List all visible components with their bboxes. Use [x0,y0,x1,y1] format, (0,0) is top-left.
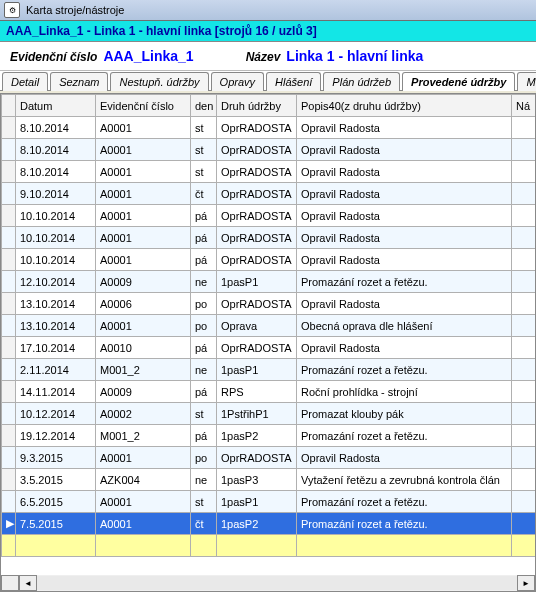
table-row[interactable]: 10.10.2014A0001páOprRADOSTAOpravil Rados… [2,249,536,271]
cell-druh[interactable]: OprRADOSTA [217,205,297,227]
row-indicator[interactable] [2,205,16,227]
row-indicator[interactable] [2,227,16,249]
cell-na[interactable] [512,447,536,469]
cell-datum[interactable]: 3.5.2015 [16,469,96,491]
cell-den[interactable]: ne [191,359,217,381]
row-indicator[interactable] [2,161,16,183]
cell-na[interactable] [512,491,536,513]
col-datum[interactable]: Datum [16,95,96,117]
cell-datum[interactable]: 14.11.2014 [16,381,96,403]
table-row[interactable]: 2.11.2014M001_2ne1pasP1Promazání rozet a… [2,359,536,381]
cell-popis[interactable]: Opravil Radosta [297,139,512,161]
cell-popis[interactable]: Promazání rozet a řetězu. [297,271,512,293]
cell-den[interactable]: st [191,403,217,425]
cell-druh[interactable]: Oprava [217,315,297,337]
cell-druh[interactable]: RPS [217,381,297,403]
cell-na[interactable] [512,403,536,425]
cell-datum[interactable]: 2.11.2014 [16,359,96,381]
cell-datum[interactable]: 7.5.2015 [16,513,96,535]
tab-hl-en-[interactable]: Hlášení [266,72,321,91]
cell-den[interactable]: pá [191,249,217,271]
cell-ev[interactable]: A0001 [96,205,191,227]
row-indicator[interactable] [2,117,16,139]
row-indicator[interactable] [2,315,16,337]
scroll-right-button[interactable]: ► [517,575,535,591]
cell-den[interactable]: st [191,491,217,513]
cell-den[interactable]: čt [191,183,217,205]
cell-druh[interactable]: 1pasP3 [217,469,297,491]
tab-pl-n-dr-eb[interactable]: Plán údržeb [323,72,400,91]
cell-druh[interactable]: OprRADOSTA [217,117,297,139]
row-indicator[interactable] [2,359,16,381]
tab-mtb[interactable]: MTB [517,72,536,91]
cell-popis[interactable]: Opravil Radosta [297,293,512,315]
row-indicator[interactable] [2,425,16,447]
cell-den[interactable]: po [191,315,217,337]
cell-druh[interactable]: OprRADOSTA [217,227,297,249]
cell-na[interactable] [512,271,536,293]
row-indicator[interactable] [2,337,16,359]
table-row[interactable]: 9.10.2014A0001čtOprRADOSTAOpravil Radost… [2,183,536,205]
table-row[interactable]: 13.10.2014A0001poOpravaObecná oprava dle… [2,315,536,337]
cell-na[interactable] [512,337,536,359]
cell-ev[interactable]: A0010 [96,337,191,359]
filter-row[interactable] [2,535,536,557]
tab-nestup-dr-by[interactable]: Nestupň. údržby [110,72,208,91]
cell-na[interactable] [512,469,536,491]
cell-datum[interactable]: 8.10.2014 [16,139,96,161]
cell-datum[interactable]: 12.10.2014 [16,271,96,293]
row-indicator[interactable] [2,293,16,315]
col-indicator[interactable] [2,95,16,117]
grid-scroll[interactable]: Datum Evidenční číslo den Druh údržby Po… [1,94,535,575]
horizontal-scrollbar[interactable]: ◄ ► [1,575,535,591]
cell-druh[interactable]: OprRADOSTA [217,183,297,205]
cell-ev[interactable]: A0001 [96,447,191,469]
filter-cell[interactable] [217,535,297,557]
filter-cell[interactable] [96,535,191,557]
cell-datum[interactable]: 10.10.2014 [16,249,96,271]
cell-datum[interactable]: 10.10.2014 [16,205,96,227]
cell-den[interactable]: st [191,117,217,139]
cell-datum[interactable]: 6.5.2015 [16,491,96,513]
cell-druh[interactable]: OprRADOSTA [217,249,297,271]
cell-ev[interactable]: A0001 [96,139,191,161]
cell-popis[interactable]: Opravil Radosta [297,183,512,205]
cell-popis[interactable]: Obecná oprava dle hlášení [297,315,512,337]
cell-ev[interactable]: A0001 [96,315,191,337]
cell-ev[interactable]: A0001 [96,491,191,513]
cell-na[interactable] [512,227,536,249]
row-indicator[interactable] [2,447,16,469]
cell-na[interactable] [512,315,536,337]
tab-opravy[interactable]: Opravy [211,72,264,91]
row-indicator[interactable] [2,183,16,205]
cell-druh[interactable]: 1pasP1 [217,271,297,293]
cell-na[interactable] [512,161,536,183]
cell-na[interactable] [512,293,536,315]
cell-popis[interactable]: Vytažení řetězu a zevrubná kontrola člán [297,469,512,491]
cell-na[interactable] [512,205,536,227]
tab-detail[interactable]: Detail [2,72,48,91]
table-row[interactable]: 14.11.2014A0009páRPSRoční prohlídka - st… [2,381,536,403]
table-row[interactable]: 19.12.2014M001_2pá1pasP2Promazání rozet … [2,425,536,447]
cell-ev[interactable]: A0009 [96,381,191,403]
table-row[interactable]: 10.10.2014A0001páOprRADOSTAOpravil Rados… [2,227,536,249]
filter-cell[interactable] [297,535,512,557]
table-row[interactable]: 13.10.2014A0006poOprRADOSTAOpravil Rados… [2,293,536,315]
cell-ev[interactable]: M001_2 [96,359,191,381]
cell-den[interactable]: st [191,161,217,183]
cell-druh[interactable]: OprRADOSTA [217,337,297,359]
cell-den[interactable]: pá [191,227,217,249]
cell-ev[interactable]: A0002 [96,403,191,425]
cell-ev[interactable]: A0009 [96,271,191,293]
row-indicator[interactable] [2,249,16,271]
col-na[interactable]: Ná [512,95,536,117]
cell-datum[interactable]: 10.10.2014 [16,227,96,249]
cell-popis[interactable]: Opravil Radosta [297,117,512,139]
cell-druh[interactable]: OprRADOSTA [217,139,297,161]
cell-ev[interactable]: AZK004 [96,469,191,491]
cell-datum[interactable]: 13.10.2014 [16,293,96,315]
cell-datum[interactable]: 17.10.2014 [16,337,96,359]
cell-druh[interactable]: OprRADOSTA [217,447,297,469]
filter-cell[interactable] [512,535,536,557]
table-row[interactable]: 10.12.2014A0002st1PstřihP1Promazat kloub… [2,403,536,425]
